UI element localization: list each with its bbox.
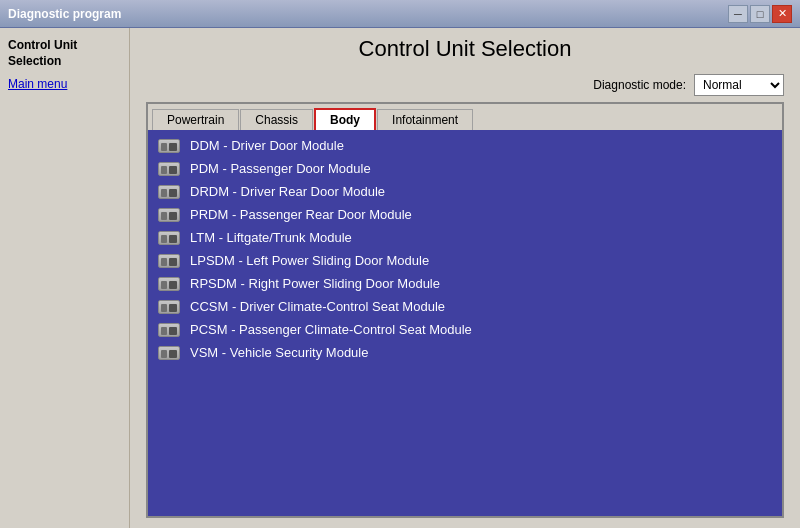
- right-panel: Control Unit Selection Diagnostic mode: …: [130, 28, 800, 528]
- ecu-icon: [158, 254, 180, 268]
- list-item[interactable]: LTM - Liftgate/Trunk Module: [148, 226, 782, 249]
- list-item-label: RPSDM - Right Power Sliding Door Module: [190, 276, 440, 291]
- ecu-icon: [158, 162, 180, 176]
- sidebar-active-label: Control UnitSelection: [8, 38, 121, 69]
- list-item-label: LTM - Liftgate/Trunk Module: [190, 230, 352, 245]
- list-item-label: PRDM - Passenger Rear Door Module: [190, 207, 412, 222]
- sidebar: Control UnitSelection Main menu: [0, 28, 130, 528]
- ecu-icon: [158, 300, 180, 314]
- list-item[interactable]: VSM - Vehicle Security Module: [148, 341, 782, 364]
- list-area[interactable]: DDM - Driver Door ModulePDM - Passenger …: [148, 130, 782, 516]
- diagnostic-mode-label: Diagnostic mode:: [593, 78, 686, 92]
- ecu-icon: [158, 139, 180, 153]
- list-item-label: PCSM - Passenger Climate-Control Seat Mo…: [190, 322, 472, 337]
- tabs-row: Powertrain Chassis Body Infotainment: [148, 104, 782, 130]
- list-item[interactable]: DRDM - Driver Rear Door Module: [148, 180, 782, 203]
- list-item-label: DDM - Driver Door Module: [190, 138, 344, 153]
- title-bar-buttons: ─ □ ✕: [728, 5, 792, 23]
- ecu-icon: [158, 277, 180, 291]
- tab-infotainment[interactable]: Infotainment: [377, 109, 473, 131]
- ecu-icon: [158, 208, 180, 222]
- list-item-label: LPSDM - Left Power Sliding Door Module: [190, 253, 429, 268]
- list-item[interactable]: PCSM - Passenger Climate-Control Seat Mo…: [148, 318, 782, 341]
- list-item-label: PDM - Passenger Door Module: [190, 161, 371, 176]
- list-item-label: VSM - Vehicle Security Module: [190, 345, 368, 360]
- list-item[interactable]: LPSDM - Left Power Sliding Door Module: [148, 249, 782, 272]
- list-item[interactable]: DDM - Driver Door Module: [148, 134, 782, 157]
- list-item[interactable]: CCSM - Driver Climate-Control Seat Modul…: [148, 295, 782, 318]
- minimize-button[interactable]: ─: [728, 5, 748, 23]
- ecu-icon: [158, 185, 180, 199]
- ecu-icon: [158, 323, 180, 337]
- list-item[interactable]: PRDM - Passenger Rear Door Module: [148, 203, 782, 226]
- list-item[interactable]: PDM - Passenger Door Module: [148, 157, 782, 180]
- title-bar: Diagnostic program ─ □ ✕: [0, 0, 800, 28]
- list-item-label: DRDM - Driver Rear Door Module: [190, 184, 385, 199]
- tab-powertrain[interactable]: Powertrain: [152, 109, 239, 131]
- tab-body[interactable]: Body: [314, 108, 376, 130]
- content-box: Powertrain Chassis Body Infotainment DDM…: [146, 102, 784, 518]
- window-title: Diagnostic program: [8, 7, 121, 21]
- tab-chassis[interactable]: Chassis: [240, 109, 313, 131]
- ecu-icon: [158, 231, 180, 245]
- list-item-label: CCSM - Driver Climate-Control Seat Modul…: [190, 299, 445, 314]
- close-button[interactable]: ✕: [772, 5, 792, 23]
- sidebar-item-main-menu[interactable]: Main menu: [8, 77, 121, 91]
- diagnostic-mode-select[interactable]: Normal Extended Engineering: [694, 74, 784, 96]
- ecu-icon: [158, 346, 180, 360]
- maximize-button[interactable]: □: [750, 5, 770, 23]
- page-title: Control Unit Selection: [146, 36, 784, 62]
- list-item[interactable]: RPSDM - Right Power Sliding Door Module: [148, 272, 782, 295]
